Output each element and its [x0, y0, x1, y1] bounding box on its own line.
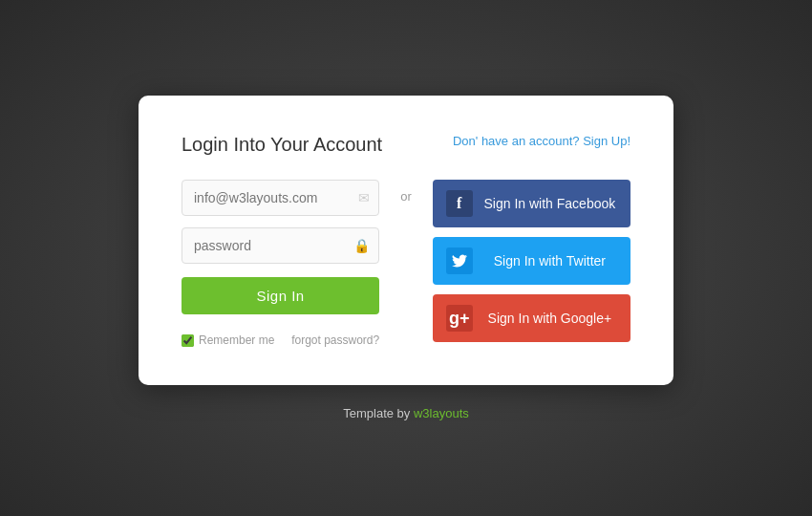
- facebook-sign-in-button[interactable]: f Sign In with Facebook: [433, 180, 630, 227]
- footer: Template by w3layouts: [343, 406, 469, 420]
- sign-in-button[interactable]: Sign In: [182, 277, 379, 314]
- twitter-sign-in-button[interactable]: Sign In with Twitter: [433, 237, 630, 285]
- email-input[interactable]: [182, 180, 379, 216]
- login-card: Login Into Your Account Don' have an acc…: [139, 96, 673, 385]
- left-column: ✉ 🔒 Sign In Remember me forgot password?: [182, 180, 379, 347]
- google-icon: g+: [446, 305, 473, 332]
- twitter-icon: [446, 247, 473, 274]
- facebook-button-label: Sign In with Facebook: [482, 196, 617, 211]
- right-column: f Sign In with Facebook Sign In with Twi…: [433, 180, 630, 342]
- forgot-password-link[interactable]: forgot password?: [291, 333, 379, 347]
- lock-icon: 🔒: [353, 238, 370, 253]
- password-wrapper: 🔒: [182, 227, 379, 264]
- twitter-button-label: Sign In with Twitter: [482, 253, 617, 269]
- remember-label[interactable]: Remember me: [182, 333, 274, 347]
- remember-checkbox[interactable]: [182, 334, 194, 347]
- google-button-label: Sign In with Google+: [482, 311, 617, 326]
- footer-text: Template by: [343, 406, 414, 420]
- email-wrapper: ✉: [182, 180, 379, 216]
- page-title: Login Into Your Account: [182, 134, 382, 156]
- facebook-icon: f: [446, 190, 473, 217]
- footer-link[interactable]: w3layouts: [414, 406, 469, 420]
- card-header: Login Into Your Account Don' have an acc…: [182, 134, 630, 156]
- email-icon: ✉: [358, 190, 370, 205]
- signup-link[interactable]: Don' have an account? Sign Up!: [453, 134, 630, 148]
- remember-row: Remember me forgot password?: [182, 333, 379, 347]
- or-divider: or: [398, 180, 414, 204]
- card-body: ✉ 🔒 Sign In Remember me forgot password?…: [182, 180, 630, 347]
- google-sign-in-button[interactable]: g+ Sign In with Google+: [433, 294, 630, 342]
- password-input[interactable]: [182, 227, 379, 264]
